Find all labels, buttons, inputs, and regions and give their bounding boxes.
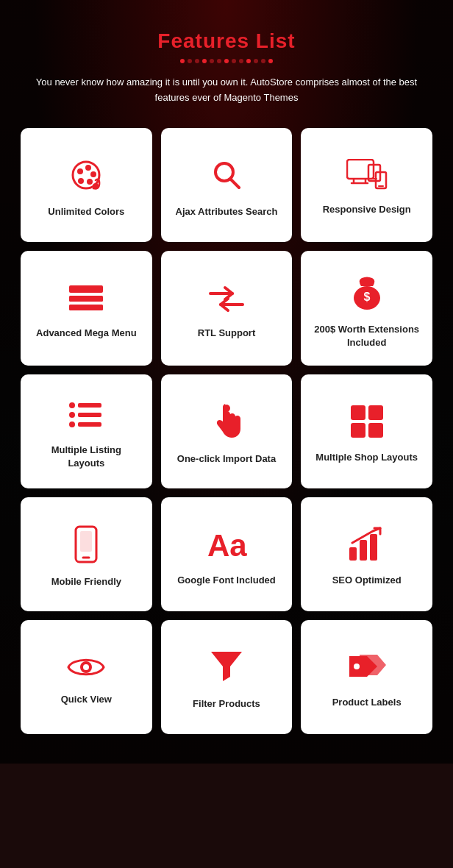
section-title: Features List	[21, 29, 432, 53]
search-icon	[208, 157, 245, 193]
feature-label-import: One-click Import Data	[177, 452, 276, 466]
dot	[202, 59, 207, 63]
palette-icon	[68, 157, 104, 193]
feature-label-rtl: RTL Support	[198, 327, 255, 340]
svg-rect-40	[360, 540, 367, 561]
feature-card-mobile: Mobile Friendly	[21, 497, 152, 611]
feature-label-ajax-search: Ajax Attributes Search	[176, 205, 278, 218]
svg-rect-34	[368, 423, 383, 438]
eye-icon	[65, 653, 107, 681]
feature-card-quick-view: Quick View	[21, 620, 152, 734]
responsive-icon	[346, 159, 388, 191]
dot	[188, 59, 192, 63]
svg-line-8	[230, 179, 239, 188]
feature-card-product-labels: Product Labels	[301, 620, 432, 734]
svg-rect-33	[351, 423, 365, 438]
features-grid: Unlimited Colors Ajax Attributes Search	[21, 128, 432, 734]
svg-rect-25	[78, 403, 101, 408]
svg-rect-37	[80, 531, 92, 552]
seo-icon	[348, 527, 386, 562]
dot	[268, 59, 273, 63]
svg-point-2	[85, 165, 91, 171]
feature-card-shop-layouts: Multiple Shop Layouts	[301, 374, 432, 488]
svg-rect-19	[69, 305, 103, 310]
menu-icon	[68, 282, 104, 315]
svg-text:Aa: Aa	[207, 528, 247, 562]
svg-rect-17	[69, 285, 103, 293]
feature-card-rtl: RTL Support	[161, 251, 293, 366]
svg-rect-18	[69, 296, 103, 302]
list-layout-icon	[68, 398, 104, 432]
svg-rect-29	[78, 422, 101, 427]
svg-point-26	[69, 412, 75, 418]
svg-point-5	[78, 178, 84, 184]
svg-rect-9	[347, 160, 374, 179]
page-wrapper: Features List You never know how amazing…	[0, 0, 453, 764]
svg-point-4	[87, 179, 93, 185]
money-bag-icon: $	[350, 273, 384, 311]
feature-card-import: One-click Import Data	[161, 374, 293, 488]
svg-rect-32	[368, 405, 383, 420]
feature-label-responsive: Responsive Design	[323, 203, 411, 216]
dot	[224, 59, 229, 63]
feature-label-quick-view: Quick View	[61, 693, 112, 706]
svg-point-1	[77, 168, 83, 174]
dots-divider	[21, 59, 432, 63]
svg-point-3	[90, 171, 96, 177]
filter-icon	[210, 649, 243, 686]
grid-layout-icon	[349, 404, 385, 439]
feature-label-product-labels: Product Labels	[332, 696, 402, 709]
tag-icon	[346, 650, 388, 684]
import-icon	[208, 402, 245, 441]
dot	[180, 59, 185, 63]
feature-label-filter: Filter Products	[193, 697, 260, 711]
feature-label-extensions: 200$ Worth Extensions Included	[313, 323, 421, 349]
dot	[239, 59, 243, 63]
rtl-icon	[206, 282, 247, 315]
svg-rect-31	[351, 405, 365, 420]
feature-label-unlimited-colors: Unlimited Colors	[48, 205, 124, 218]
dot	[217, 59, 221, 63]
dot	[210, 59, 214, 63]
svg-text:$: $	[363, 291, 370, 303]
feature-card-responsive: Responsive Design	[301, 128, 432, 242]
feature-card-filter: Filter Products	[161, 620, 293, 734]
dot	[261, 59, 265, 63]
feature-label-shop-layouts: Multiple Shop Layouts	[315, 451, 418, 464]
feature-label-mega-menu: Advanced Mega Menu	[36, 327, 137, 340]
mobile-icon	[74, 525, 98, 563]
feature-label-google-font: Google Font Included	[177, 574, 276, 587]
font-icon: Aa	[204, 527, 249, 562]
feature-card-ajax-search: Ajax Attributes Search	[161, 128, 293, 242]
dot	[232, 59, 236, 63]
dot	[195, 59, 199, 63]
feature-card-unlimited-colors: Unlimited Colors	[21, 128, 152, 242]
svg-point-44	[354, 664, 360, 669]
svg-point-6	[93, 183, 99, 189]
svg-point-30	[223, 405, 230, 412]
feature-label-mobile: Mobile Friendly	[51, 575, 121, 588]
svg-rect-39	[349, 547, 357, 561]
dot	[254, 59, 258, 63]
section-description: You never know how amazing it is until y…	[35, 75, 418, 106]
feature-card-listing-layouts: Multiple Listing Layouts	[21, 374, 152, 488]
svg-rect-27	[78, 413, 101, 417]
svg-point-43	[83, 664, 89, 670]
svg-point-24	[69, 402, 75, 408]
feature-label-seo: SEO Optimized	[332, 574, 402, 587]
dot	[246, 59, 251, 63]
feature-card-extensions: $ 200$ Worth Extensions Included	[301, 251, 432, 366]
feature-card-mega-menu: Advanced Mega Menu	[21, 251, 152, 366]
content: Features List You never know how amazing…	[0, 0, 453, 764]
feature-card-seo: SEO Optimized	[301, 497, 432, 611]
svg-point-28	[69, 421, 75, 427]
feature-label-listing-layouts: Multiple Listing Layouts	[32, 444, 140, 470]
feature-card-google-font: Aa Google Font Included	[161, 497, 293, 611]
svg-rect-41	[370, 534, 377, 561]
